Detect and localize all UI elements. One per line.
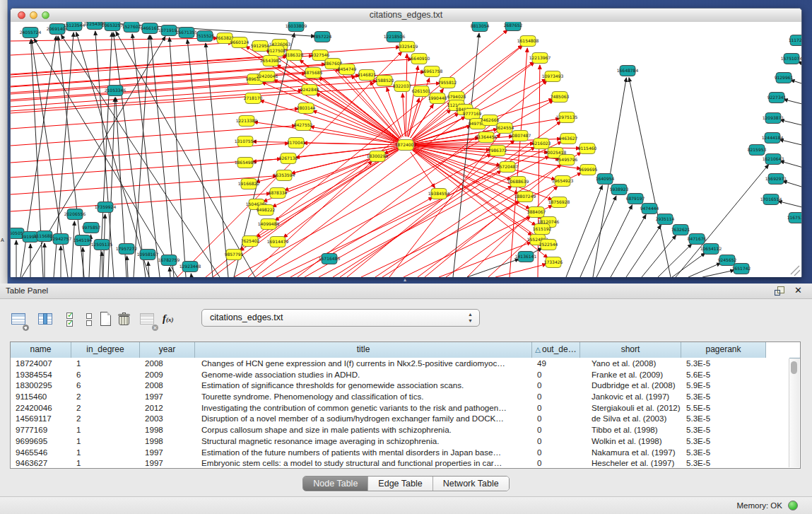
graph-node[interactable] [534, 224, 550, 235]
graph-node[interactable] [611, 185, 627, 195]
scrollbar-thumb[interactable] [791, 361, 797, 374]
graph-node[interactable] [239, 116, 254, 127]
graph-node[interactable] [161, 25, 177, 36]
table-row[interactable]: 911546021997Tourette syndrome. Phenomeno… [11, 391, 789, 402]
graph-node[interactable] [552, 92, 567, 103]
graph-node[interactable] [305, 68, 321, 78]
graph-node[interactable] [302, 85, 317, 95]
column-header-pagerank[interactable]: pagerank [681, 342, 766, 358]
graph-node[interactable] [226, 250, 242, 260]
cell-title[interactable]: Corpus callosum shape and size in male p… [195, 424, 532, 436]
table-row[interactable]: 969969511998Structural magnetic resonanc… [11, 436, 789, 447]
cell-title[interactable]: Estimation of the future numbers of pati… [195, 447, 532, 458]
graph-node[interactable] [580, 165, 596, 175]
cell-pagerank[interactable]: 5.5E-5 [681, 402, 766, 414]
graph-node[interactable] [270, 188, 286, 199]
cell-pagerank[interactable]: 5.6E-5 [681, 369, 766, 380]
cell-in_degree[interactable]: 1 [71, 436, 140, 447]
cell-in_degree[interactable]: 6 [71, 380, 140, 391]
cell-pagerank[interactable]: 5.3E-5 [681, 457, 766, 468]
panel-splitter-handle[interactable]: ▴ [400, 277, 410, 283]
table-row[interactable]: 1872400712008Changes of HCN gene express… [11, 358, 789, 369]
resize-grip-icon[interactable] [794, 270, 800, 276]
graph-node[interactable] [314, 32, 330, 42]
graph-node[interactable] [75, 235, 90, 246]
cell-in_degree[interactable]: 1 [71, 447, 140, 458]
graph-node[interactable] [472, 22, 488, 32]
graph-node[interactable] [545, 71, 560, 82]
graph-node[interactable] [270, 237, 286, 247]
graph-node[interactable] [789, 213, 801, 223]
graph-node[interactable] [500, 162, 515, 173]
vertical-scrollbar[interactable] [789, 358, 799, 467]
table-row[interactable]: 1456911722003Disruption of a novel membe… [11, 413, 789, 424]
graph-node[interactable] [642, 204, 657, 214]
graph-node[interactable] [286, 50, 302, 61]
column-header-title[interactable]: title [195, 342, 532, 358]
graph-node[interactable] [298, 103, 314, 114]
graph-node[interactable] [673, 225, 688, 235]
tab-network-table[interactable]: Network Table [433, 477, 509, 491]
graph-node[interactable] [689, 234, 705, 245]
cell-in_degree[interactable]: 1 [71, 457, 140, 468]
cell-pagerank[interactable]: 5.3E-5 [681, 447, 766, 458]
cell-year[interactable]: 2008 [140, 358, 195, 369]
graph-node[interactable] [161, 255, 177, 266]
column-header-year[interactable]: year [140, 342, 195, 358]
graph-node[interactable] [259, 71, 275, 82]
delete-table-icon[interactable]: ✕ [139, 311, 157, 329]
graph-node[interactable] [512, 131, 528, 141]
graph-node[interactable] [440, 78, 455, 88]
graph-node[interactable] [339, 64, 355, 75]
graph-node[interactable] [399, 42, 415, 52]
graph-node[interactable] [66, 22, 82, 31]
cell-title[interactable]: Disruption of a novel member of a sodium… [195, 413, 532, 424]
graph-node[interactable] [790, 35, 801, 46]
graph-node[interactable] [763, 194, 779, 205]
delete-columns-icon[interactable] [116, 311, 134, 329]
graph-node[interactable] [413, 86, 429, 97]
cell-in_degree[interactable]: 1 [71, 358, 140, 369]
cell-year[interactable]: 1997 [140, 391, 195, 402]
graph-node[interactable] [295, 120, 311, 131]
graph-node[interactable] [784, 54, 799, 64]
graph-node[interactable] [312, 50, 328, 61]
graph-node[interactable] [431, 189, 447, 199]
cell-year[interactable]: 1998 [140, 424, 195, 436]
table-mode-icon[interactable] [10, 311, 28, 329]
graph-node[interactable] [182, 262, 198, 272]
column-header-name[interactable]: name [11, 342, 71, 358]
cell-title[interactable]: Structural magnetic resonance image aver… [195, 436, 532, 447]
cell-name[interactable]: 9463627 [11, 457, 71, 468]
graph-node[interactable] [769, 93, 784, 103]
graph-node[interactable] [657, 214, 673, 225]
cell-name[interactable]: 9115460 [11, 391, 71, 402]
cell-year[interactable]: 2003 [140, 413, 195, 424]
cell-in_degree[interactable]: 6 [71, 369, 140, 380]
graph-node[interactable] [776, 73, 792, 83]
cell-year[interactable]: 1998 [140, 436, 195, 447]
cell-pagerank[interactable]: 5.3E-5 [681, 391, 766, 402]
cell-name[interactable]: 22420046 [11, 402, 71, 414]
cell-in_degree[interactable]: 2 [71, 391, 140, 402]
graph-node[interactable] [288, 138, 304, 148]
graph-node[interactable] [325, 59, 341, 69]
graph-node[interactable] [276, 170, 292, 181]
graph-node[interactable] [559, 155, 575, 165]
graph-node[interactable] [261, 219, 276, 230]
graph-node[interactable] [518, 252, 534, 262]
graph-node[interactable] [23, 28, 38, 38]
cell-out_degree[interactable]: 0 [532, 457, 580, 468]
graph-node[interactable] [541, 240, 556, 250]
graph-node[interactable] [482, 115, 498, 126]
cell-year[interactable]: 1997 [140, 447, 195, 458]
graph-node[interactable] [377, 76, 392, 86]
cell-name[interactable]: 19384554 [11, 369, 71, 380]
graph-node[interactable] [252, 41, 268, 52]
graph-node[interactable] [83, 223, 99, 233]
cell-title[interactable]: Tourette syndrome. Phenomenology and cla… [195, 391, 532, 402]
graph-node[interactable] [510, 177, 526, 187]
graph-node[interactable] [49, 24, 65, 35]
graph-node[interactable] [620, 66, 635, 76]
graph-node[interactable] [359, 70, 375, 81]
